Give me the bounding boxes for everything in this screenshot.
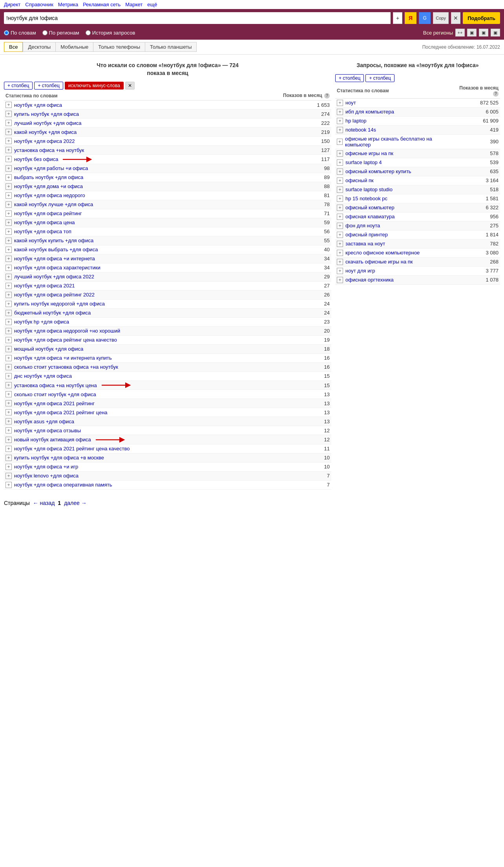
right-info-icon[interactable]: ?	[493, 91, 499, 97]
add-keyword-button[interactable]: +	[5, 201, 12, 208]
keyword-link[interactable]: офисная оргтехника	[345, 277, 394, 283]
add-keyword-button[interactable]: +	[5, 337, 12, 343]
keyword-link[interactable]: ноутбук asus +для офиса	[14, 419, 74, 424]
keyword-link[interactable]: surface laptop 4	[345, 159, 382, 165]
option-by-words[interactable]: По словам	[4, 30, 36, 36]
add-keyword-button[interactable]: +	[5, 409, 12, 415]
right-add-col-btn-2[interactable]: + столбец	[365, 74, 394, 82]
add-word-button[interactable]: +	[393, 12, 402, 24]
add-keyword-button[interactable]: +	[5, 310, 12, 316]
keyword-link[interactable]: ноутбук без офиса	[14, 156, 58, 162]
keyword-link[interactable]: ноутбук +для работы +и офиса	[14, 165, 88, 171]
add-keyword-button[interactable]: +	[337, 223, 343, 229]
keyword-link[interactable]: ноутбук +для офиса 2021	[14, 283, 75, 289]
close-filter-btn[interactable]: ✕	[125, 82, 135, 90]
keyword-link[interactable]: новый ноутбук активация офиса	[14, 437, 91, 443]
nav-reklam[interactable]: Рекламная сеть	[83, 2, 121, 7]
google-search-button[interactable]: G	[419, 12, 431, 24]
keyword-link[interactable]: ибп для компьютера	[345, 109, 394, 115]
keyword-link[interactable]: лучший ноутбук +для офиса 2022	[14, 274, 94, 280]
keyword-link[interactable]: офисные игры скачать бесплатно на компью…	[345, 136, 451, 148]
add-keyword-button[interactable]: +	[5, 238, 12, 244]
tab-phones-only[interactable]: Только телефоны	[93, 42, 145, 52]
add-keyword-button[interactable]: +	[5, 192, 12, 199]
keyword-link[interactable]: установка офиса +на ноутбук	[14, 147, 84, 153]
add-keyword-button[interactable]: +	[337, 150, 343, 157]
add-keyword-button[interactable]: +	[337, 196, 343, 202]
keyword-link[interactable]: ноутбук +для офиса оперативная память	[14, 482, 112, 488]
keyword-link[interactable]: какой ноутбук лучше +для офиса	[14, 201, 93, 207]
keyword-link[interactable]: лучший ноутбук +для офиса	[14, 120, 81, 126]
add-col-btn-1[interactable]: + столбец	[4, 82, 33, 90]
tab-all[interactable]: Все	[4, 42, 23, 52]
keyword-link[interactable]: купить ноутбук недорогой +для офиса	[14, 301, 105, 307]
keyword-link[interactable]: ноутбук lenovo +для офиса	[14, 473, 79, 479]
add-keyword-button[interactable]: +	[337, 277, 343, 283]
keyword-link[interactable]: ноутбук +для офиса +и интернета купить	[14, 355, 112, 361]
keyword-link[interactable]: ноутбук +для офиса рейтинг	[14, 210, 82, 216]
add-keyword-button[interactable]: +	[337, 177, 343, 184]
add-keyword-button[interactable]: +	[5, 156, 12, 162]
keyword-link[interactable]: notebook 14s	[345, 127, 376, 133]
keyword-link[interactable]: ноутбук +для офиса рейтинг цена качество	[14, 337, 117, 343]
add-keyword-button[interactable]: +	[5, 229, 12, 235]
add-keyword-button[interactable]: +	[337, 232, 343, 238]
keyword-link[interactable]: ноутбук +для офиса	[14, 102, 62, 108]
add-keyword-button[interactable]: +	[5, 373, 12, 379]
add-keyword-button[interactable]: +	[337, 127, 343, 133]
add-keyword-button[interactable]: +	[5, 418, 12, 424]
add-keyword-button[interactable]: +	[5, 446, 12, 452]
keyword-link[interactable]: офисный компьютер купить	[345, 168, 411, 174]
add-keyword-button[interactable]: +	[5, 111, 12, 117]
keyword-link[interactable]: установка офиса +на ноутбук цена	[14, 382, 97, 388]
add-keyword-button[interactable]: +	[5, 400, 12, 406]
add-keyword-button[interactable]: +	[337, 100, 343, 106]
keyword-link[interactable]: офисный принтер	[345, 232, 388, 238]
keyword-link[interactable]: ноутбук +для офиса цена	[14, 219, 75, 225]
keyword-link[interactable]: ноутбук +для дома +и офиса	[14, 183, 83, 189]
add-keyword-button[interactable]: +	[337, 168, 343, 175]
add-keyword-button[interactable]: +	[337, 241, 343, 247]
keyword-link[interactable]: surface laptop studio	[345, 187, 393, 192]
add-keyword-button[interactable]: +	[5, 455, 12, 461]
add-keyword-button[interactable]: +	[5, 165, 12, 172]
add-keyword-button[interactable]: +	[337, 205, 343, 211]
add-keyword-button[interactable]: +	[337, 109, 343, 115]
add-keyword-button[interactable]: +	[337, 259, 343, 265]
nav-spravochnik[interactable]: Справочник	[25, 2, 53, 7]
add-keyword-button[interactable]: +	[5, 210, 12, 217]
keyword-link[interactable]: ноутбук +для офиса 2021 рейтинг цена кач…	[14, 446, 130, 452]
add-keyword-button[interactable]: +	[5, 319, 12, 325]
info-icon[interactable]: ?	[324, 93, 330, 99]
keyword-link[interactable]: ноутбук hp +для офиса	[14, 319, 69, 325]
keyword-link[interactable]: ноутбук +для офиса топ	[14, 229, 71, 234]
add-keyword-button[interactable]: +	[5, 464, 12, 470]
keyword-link[interactable]: днс ноутбук +для офиса	[14, 373, 72, 379]
add-keyword-button[interactable]: +	[5, 382, 12, 388]
keyword-link[interactable]: офисные игры на пк	[345, 150, 393, 156]
keyword-link[interactable]: ноутбук +для офиса недорого	[14, 192, 85, 198]
keyword-link[interactable]: ноут	[345, 100, 356, 106]
keyword-link[interactable]: ноутбук +для офиса +и игр	[14, 464, 78, 470]
keyword-link[interactable]: какой ноутбук +для офиса	[14, 129, 77, 135]
keyword-link[interactable]: ноутбук +для офиса характеристики	[14, 265, 100, 271]
add-keyword-button[interactable]: +	[5, 283, 12, 289]
add-keyword-button[interactable]: +	[5, 292, 12, 298]
add-keyword-button[interactable]: +	[5, 174, 12, 181]
search-input[interactable]	[4, 12, 391, 24]
keyword-link[interactable]: офисная клавиатура	[345, 214, 394, 219]
add-keyword-button[interactable]: +	[5, 437, 12, 443]
option-history[interactable]: История запросов	[86, 30, 135, 36]
regions-grid-btn3[interactable]: ▣	[491, 29, 500, 37]
add-keyword-button[interactable]: +	[337, 159, 343, 166]
copy-button[interactable]: Copy	[433, 12, 449, 24]
add-keyword-button[interactable]: +	[5, 391, 12, 397]
add-keyword-button[interactable]: +	[5, 355, 12, 361]
keyword-link[interactable]: купить ноутбук +для офиса +в москве	[14, 455, 104, 461]
add-keyword-button[interactable]: +	[337, 187, 343, 193]
keyword-link[interactable]: ноутбук +для офиса +и интернета	[14, 256, 95, 262]
keyword-link[interactable]: какой ноутбук купить +для офиса	[14, 238, 93, 243]
podborat-button[interactable]: Подобрать	[463, 12, 500, 24]
tab-mobile[interactable]: Мобильные	[55, 42, 93, 52]
keyword-link[interactable]: выбрать ноутбук +для офиса	[14, 174, 83, 180]
